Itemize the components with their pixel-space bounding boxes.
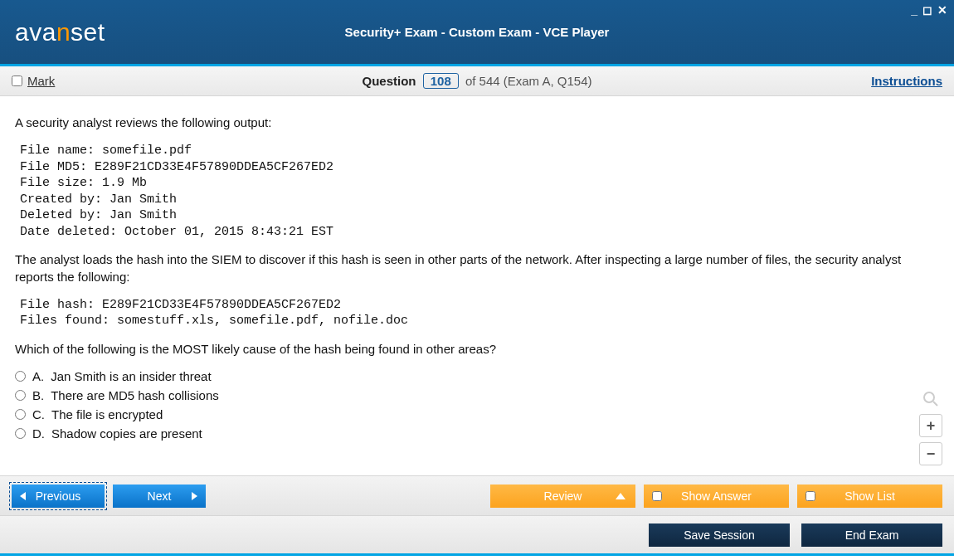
- question-middle: The analyst loads the hash into the SIEM…: [15, 251, 939, 285]
- option-text: Shadow copies are present: [51, 426, 202, 441]
- question-prompt: Which of the following is the MOST likel…: [15, 341, 939, 358]
- option-radio[interactable]: [15, 409, 26, 420]
- show-answer-button[interactable]: Show Answer: [644, 485, 789, 508]
- app-logo: avanset: [15, 18, 105, 46]
- title-bar: avanset Security+ Exam - Custom Exam - V…: [0, 0, 954, 66]
- triangle-up-icon: [616, 493, 625, 499]
- question-intro: A security analyst reviews the following…: [15, 114, 939, 131]
- option-letter: A.: [32, 369, 44, 383]
- next-button[interactable]: Next: [113, 485, 206, 508]
- logo-part: n: [56, 18, 71, 46]
- option-a[interactable]: A. Jan Smith is an insider threat: [15, 369, 939, 383]
- session-button-bar: Save Session End Exam: [0, 516, 954, 556]
- zoom-out-button[interactable]: −: [919, 442, 942, 465]
- instructions-link[interactable]: Instructions: [871, 74, 942, 88]
- arrow-left-icon: [20, 492, 26, 500]
- code-block-2: File hash: E289F21CD33E4F57890DDEA5CF267…: [20, 297, 939, 329]
- logo-part: v: [29, 18, 42, 46]
- option-text: The file is encrypted: [51, 407, 163, 421]
- code-block-1: File name: somefile.pdf File MD5: E289F2…: [20, 143, 939, 240]
- question-header: Mark Question 108 of 544 (Exam A, Q154) …: [0, 66, 954, 96]
- show-list-checkbox[interactable]: [806, 491, 815, 501]
- logo-part: a: [42, 18, 56, 46]
- mark-checkbox-wrap[interactable]: Mark: [12, 74, 55, 88]
- search-icon[interactable]: [921, 389, 941, 409]
- option-text: There are MD5 hash collisions: [51, 388, 219, 402]
- window-title: Security+ Exam - Custom Exam - VCE Playe…: [0, 25, 954, 39]
- arrow-right-icon: [192, 492, 197, 500]
- option-letter: D.: [32, 426, 45, 441]
- review-button[interactable]: Review: [490, 485, 635, 508]
- logo-part: a: [15, 18, 29, 46]
- option-letter: B.: [32, 388, 44, 402]
- zoom-tools: + −: [919, 389, 942, 465]
- zoom-in-button[interactable]: +: [919, 414, 942, 437]
- mark-checkbox[interactable]: [12, 75, 22, 86]
- button-label: Show List: [844, 489, 895, 503]
- option-radio[interactable]: [15, 428, 26, 439]
- button-label: Previous: [36, 489, 80, 503]
- svg-line-1: [933, 402, 937, 406]
- mark-label[interactable]: Mark: [27, 74, 55, 88]
- option-letter: C.: [32, 407, 45, 421]
- button-label: Next: [148, 489, 172, 503]
- logo-part: set: [71, 18, 105, 46]
- window-controls: _ ◻ ✕: [911, 3, 947, 17]
- svg-point-0: [924, 392, 934, 402]
- previous-button[interactable]: Previous: [12, 485, 105, 508]
- question-label: Question: [363, 74, 416, 88]
- option-c[interactable]: C. The file is encrypted: [15, 407, 939, 421]
- answer-options: A. Jan Smith is an insider threat B. The…: [15, 369, 939, 441]
- option-radio[interactable]: [15, 390, 26, 401]
- nav-button-bar: Previous Next Review Show Answer Show Li…: [0, 476, 954, 516]
- option-text: Jan Smith is an insider threat: [51, 369, 211, 383]
- minimize-icon[interactable]: _: [911, 3, 917, 17]
- button-label: Review: [544, 489, 582, 503]
- question-counter: Question 108 of 544 (Exam A, Q154): [0, 73, 954, 89]
- option-b[interactable]: B. There are MD5 hash collisions: [15, 388, 939, 402]
- maximize-icon[interactable]: ◻: [922, 3, 932, 17]
- question-number: 108: [423, 73, 459, 89]
- close-icon[interactable]: ✕: [937, 3, 947, 17]
- button-label: Show Answer: [681, 489, 752, 503]
- show-answer-checkbox[interactable]: [652, 491, 662, 501]
- show-list-button[interactable]: Show List: [797, 485, 942, 508]
- save-session-button[interactable]: Save Session: [649, 523, 790, 547]
- option-d[interactable]: D. Shadow copies are present: [15, 426, 939, 441]
- question-body: A security analyst reviews the following…: [0, 96, 954, 476]
- end-exam-button[interactable]: End Exam: [801, 523, 942, 547]
- question-total: of 544 (Exam A, Q154): [465, 74, 592, 88]
- option-radio[interactable]: [15, 371, 26, 382]
